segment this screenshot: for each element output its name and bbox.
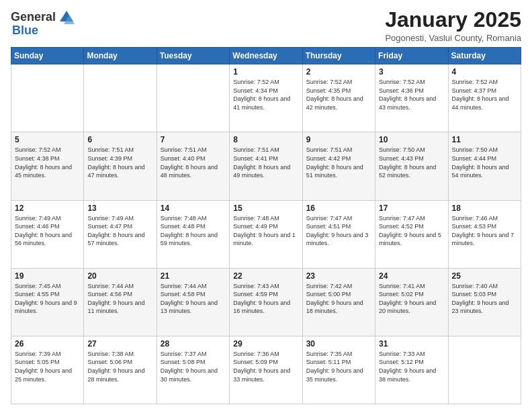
weekday-thursday: Thursday <box>302 48 375 64</box>
day-info: Sunrise: 7:52 AM Sunset: 4:34 PM Dayligh… <box>233 78 298 111</box>
calendar-cell: 20Sunrise: 7:44 AM Sunset: 4:56 PM Dayli… <box>84 268 157 336</box>
calendar-cell: 31Sunrise: 7:33 AM Sunset: 5:12 PM Dayli… <box>375 336 448 404</box>
calendar-cell: 25Sunrise: 7:40 AM Sunset: 5:03 PM Dayli… <box>448 268 521 336</box>
calendar-cell: 4Sunrise: 7:52 AM Sunset: 4:37 PM Daylig… <box>448 64 521 132</box>
day-number: 17 <box>379 203 444 213</box>
day-info: Sunrise: 7:49 AM Sunset: 4:47 PM Dayligh… <box>87 214 152 248</box>
calendar-cell: 7Sunrise: 7:51 AM Sunset: 4:40 PM Daylig… <box>157 132 229 200</box>
calendar-cell: 6Sunrise: 7:51 AM Sunset: 4:39 PM Daylig… <box>84 132 157 200</box>
day-info: Sunrise: 7:37 AM Sunset: 5:08 PM Dayligh… <box>161 350 226 383</box>
day-number: 24 <box>379 271 444 281</box>
day-info: Sunrise: 7:50 AM Sunset: 4:44 PM Dayligh… <box>452 146 517 179</box>
day-number: 31 <box>379 339 444 349</box>
day-info: Sunrise: 7:35 AM Sunset: 5:11 PM Dayligh… <box>306 350 371 383</box>
day-info: Sunrise: 7:51 AM Sunset: 4:41 PM Dayligh… <box>233 146 298 179</box>
calendar-cell: 8Sunrise: 7:51 AM Sunset: 4:41 PM Daylig… <box>230 132 302 200</box>
day-number: 19 <box>15 271 80 281</box>
day-info: Sunrise: 7:45 AM Sunset: 4:55 PM Dayligh… <box>15 282 80 316</box>
weekday-saturday: Saturday <box>448 48 521 64</box>
day-info: Sunrise: 7:46 AM Sunset: 4:53 PM Dayligh… <box>452 214 517 248</box>
day-number: 29 <box>233 339 298 349</box>
header: General Blue January 2025 Pogonesti, Vas… <box>11 8 521 43</box>
calendar-header: SundayMondayTuesdayWednesdayThursdayFrid… <box>11 48 521 64</box>
day-info: Sunrise: 7:36 AM Sunset: 5:09 PM Dayligh… <box>233 350 298 383</box>
calendar-cell: 5Sunrise: 7:52 AM Sunset: 4:38 PM Daylig… <box>11 132 84 200</box>
calendar-cell: 19Sunrise: 7:45 AM Sunset: 4:55 PM Dayli… <box>11 268 84 336</box>
day-info: Sunrise: 7:38 AM Sunset: 5:06 PM Dayligh… <box>87 350 152 383</box>
day-number: 10 <box>379 135 444 144</box>
calendar-cell: 11Sunrise: 7:50 AM Sunset: 4:44 PM Dayli… <box>448 132 521 200</box>
calendar-cell: 27Sunrise: 7:38 AM Sunset: 5:06 PM Dayli… <box>84 336 157 404</box>
day-number: 20 <box>87 271 152 281</box>
day-info: Sunrise: 7:47 AM Sunset: 4:52 PM Dayligh… <box>379 214 444 248</box>
calendar-cell: 16Sunrise: 7:47 AM Sunset: 4:51 PM Dayli… <box>302 200 375 268</box>
calendar-title: January 2025 <box>385 8 521 32</box>
calendar-week-1: 1Sunrise: 7:52 AM Sunset: 4:34 PM Daylig… <box>11 64 521 132</box>
day-number: 14 <box>161 203 226 213</box>
day-number: 5 <box>15 135 80 144</box>
page: General Blue January 2025 Pogonesti, Vas… <box>0 0 532 411</box>
day-info: Sunrise: 7:52 AM Sunset: 4:36 PM Dayligh… <box>379 78 444 111</box>
day-info: Sunrise: 7:39 AM Sunset: 5:05 PM Dayligh… <box>15 350 80 383</box>
calendar-cell: 28Sunrise: 7:37 AM Sunset: 5:08 PM Dayli… <box>157 336 229 404</box>
day-number: 1 <box>233 67 298 77</box>
day-number: 11 <box>452 135 517 144</box>
weekday-sunday: Sunday <box>11 48 84 64</box>
day-number: 2 <box>306 67 371 77</box>
day-number: 30 <box>306 339 371 349</box>
calendar-week-2: 5Sunrise: 7:52 AM Sunset: 4:38 PM Daylig… <box>11 132 521 200</box>
calendar-body: 1Sunrise: 7:52 AM Sunset: 4:34 PM Daylig… <box>11 64 521 404</box>
day-info: Sunrise: 7:40 AM Sunset: 5:03 PM Dayligh… <box>452 282 517 316</box>
calendar-subtitle: Pogonesti, Vaslui County, Romania <box>385 33 521 43</box>
calendar-cell <box>448 336 521 404</box>
calendar-cell: 10Sunrise: 7:50 AM Sunset: 4:43 PM Dayli… <box>375 132 448 200</box>
calendar-cell: 17Sunrise: 7:47 AM Sunset: 4:52 PM Dayli… <box>375 200 448 268</box>
day-number: 21 <box>161 271 226 281</box>
day-number: 3 <box>379 67 444 77</box>
weekday-header-row: SundayMondayTuesdayWednesdayThursdayFrid… <box>11 48 521 64</box>
day-info: Sunrise: 7:33 AM Sunset: 5:12 PM Dayligh… <box>379 350 444 383</box>
calendar-cell: 26Sunrise: 7:39 AM Sunset: 5:05 PM Dayli… <box>11 336 84 404</box>
calendar-table: SundayMondayTuesdayWednesdayThursdayFrid… <box>11 47 521 404</box>
day-info: Sunrise: 7:51 AM Sunset: 4:40 PM Dayligh… <box>161 146 226 179</box>
calendar-cell: 15Sunrise: 7:48 AM Sunset: 4:49 PM Dayli… <box>230 200 302 268</box>
day-number: 22 <box>233 271 298 281</box>
calendar-cell: 21Sunrise: 7:44 AM Sunset: 4:58 PM Dayli… <box>157 268 229 336</box>
calendar-cell: 29Sunrise: 7:36 AM Sunset: 5:09 PM Dayli… <box>230 336 302 404</box>
day-info: Sunrise: 7:50 AM Sunset: 4:43 PM Dayligh… <box>379 146 444 179</box>
calendar-cell: 2Sunrise: 7:52 AM Sunset: 4:35 PM Daylig… <box>302 64 375 132</box>
calendar-cell: 13Sunrise: 7:49 AM Sunset: 4:47 PM Dayli… <box>84 200 157 268</box>
weekday-tuesday: Tuesday <box>157 48 229 64</box>
day-info: Sunrise: 7:44 AM Sunset: 4:58 PM Dayligh… <box>161 282 226 316</box>
day-info: Sunrise: 7:52 AM Sunset: 4:38 PM Dayligh… <box>15 146 80 179</box>
day-info: Sunrise: 7:43 AM Sunset: 4:59 PM Dayligh… <box>233 282 298 316</box>
day-info: Sunrise: 7:48 AM Sunset: 4:49 PM Dayligh… <box>233 214 298 248</box>
logo-icon <box>57 8 76 27</box>
calendar-cell: 3Sunrise: 7:52 AM Sunset: 4:36 PM Daylig… <box>375 64 448 132</box>
day-info: Sunrise: 7:47 AM Sunset: 4:51 PM Dayligh… <box>306 214 371 248</box>
day-info: Sunrise: 7:42 AM Sunset: 5:00 PM Dayligh… <box>306 282 371 316</box>
day-number: 23 <box>306 271 371 281</box>
calendar-week-4: 19Sunrise: 7:45 AM Sunset: 4:55 PM Dayli… <box>11 268 521 336</box>
day-info: Sunrise: 7:49 AM Sunset: 4:46 PM Dayligh… <box>15 214 80 248</box>
day-number: 7 <box>161 135 226 144</box>
day-info: Sunrise: 7:41 AM Sunset: 5:02 PM Dayligh… <box>379 282 444 316</box>
day-info: Sunrise: 7:52 AM Sunset: 4:37 PM Dayligh… <box>452 78 517 111</box>
calendar-week-3: 12Sunrise: 7:49 AM Sunset: 4:46 PM Dayli… <box>11 200 521 268</box>
day-number: 8 <box>233 135 298 144</box>
day-number: 9 <box>306 135 371 144</box>
calendar-cell: 24Sunrise: 7:41 AM Sunset: 5:02 PM Dayli… <box>375 268 448 336</box>
calendar-cell <box>157 64 229 132</box>
calendar-cell: 9Sunrise: 7:51 AM Sunset: 4:42 PM Daylig… <box>302 132 375 200</box>
day-number: 16 <box>306 203 371 213</box>
day-number: 28 <box>161 339 226 349</box>
day-number: 12 <box>15 203 80 213</box>
day-info: Sunrise: 7:52 AM Sunset: 4:35 PM Dayligh… <box>306 78 371 111</box>
weekday-monday: Monday <box>84 48 157 64</box>
day-number: 26 <box>15 339 80 349</box>
calendar-cell: 30Sunrise: 7:35 AM Sunset: 5:11 PM Dayli… <box>302 336 375 404</box>
calendar-cell: 18Sunrise: 7:46 AM Sunset: 4:53 PM Dayli… <box>448 200 521 268</box>
logo-blue: Blue <box>12 24 38 38</box>
calendar-cell: 14Sunrise: 7:48 AM Sunset: 4:48 PM Dayli… <box>157 200 229 268</box>
calendar-cell <box>11 64 84 132</box>
